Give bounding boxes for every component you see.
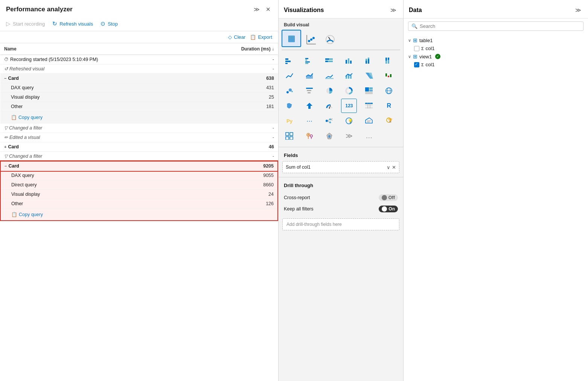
table-row: DAX query 431 (0, 83, 278, 93)
chart-type-treemap[interactable] (361, 84, 377, 98)
chart-type-stacked-bar[interactable]: ▦ (282, 30, 301, 47)
col1-checkbox-unchecked[interactable] (414, 46, 419, 51)
tree-item-table1[interactable]: ∨ ⊞ table1 (404, 36, 588, 44)
keep-all-filters-toggle-dot (382, 206, 387, 212)
chart-type-clustered-bar[interactable] (302, 53, 317, 68)
perf-title-icons: ≫ ✕ (252, 5, 272, 14)
chart-type-card-number[interactable]: 123 (341, 99, 357, 113)
chart-type-bar[interactable] (282, 53, 297, 68)
chart-type-line-stacked[interactable] (321, 69, 337, 83)
svg-point-3 (308, 40, 310, 42)
sum-icon-2: Σ (421, 62, 424, 67)
export-icon: 📋 (250, 34, 256, 40)
expand-data-icon[interactable]: ≫ (574, 6, 583, 14)
export-button[interactable]: 📋 Export (250, 34, 272, 40)
chart-type-more[interactable]: ⋯ (302, 114, 317, 128)
chart-type-arcgis[interactable] (302, 129, 317, 143)
clear-button[interactable]: ◇ Clear (228, 34, 245, 40)
chart-type-pie[interactable] (321, 84, 337, 98)
table-row[interactable]: −Card 638 (0, 74, 278, 83)
drill-through-section: Cross-report Off Keep all filters On (279, 190, 403, 217)
table-row: ↺Refreshed visual - (0, 64, 278, 74)
svg-point-41 (289, 88, 292, 91)
svg-rect-23 (366, 59, 367, 61)
expand-panel-icon[interactable]: ≫ (252, 5, 261, 14)
stop-icon: ⊙ (101, 20, 105, 27)
chart-type-globe[interactable] (381, 84, 397, 98)
expand-viz-icon[interactable]: ≫ (389, 6, 398, 14)
svg-text:🏆: 🏆 (388, 118, 393, 123)
chart-type-py-visual[interactable]: Py (282, 114, 297, 128)
chart-type-double-arrow[interactable]: ≫ (341, 129, 357, 143)
table-row[interactable]: +Card 46 (0, 142, 278, 152)
svg-point-67 (329, 119, 331, 120)
field-remove-button[interactable]: ✕ (392, 165, 396, 170)
chart-type-ribbon[interactable] (361, 69, 377, 83)
search-input[interactable] (420, 23, 580, 29)
chart-type-gauge[interactable] (321, 99, 337, 113)
chart-type-area[interactable] (302, 69, 317, 83)
drill-through-fields-placeholder[interactable]: Add drill-through fields here (282, 218, 399, 230)
tree-item-view1-col1[interactable]: Σ col1 (404, 61, 588, 69)
chart-type-kpi[interactable] (321, 32, 339, 47)
export-label: Export (258, 34, 272, 40)
copy-query-button-1[interactable]: 📋 Copy query (11, 113, 43, 121)
svg-rect-8 (285, 58, 288, 60)
chart-type-donut[interactable] (341, 84, 357, 98)
chart-type-shape-map[interactable] (321, 129, 337, 143)
chart-type-combo[interactable] (341, 69, 357, 83)
tree-item-table1-col1[interactable]: Σ col1 (404, 44, 588, 52)
chart-type-stacked-column[interactable] (361, 53, 377, 68)
chart-type-scatter[interactable] (303, 32, 320, 47)
svg-rect-43 (306, 88, 313, 89)
keep-all-filters-toggle[interactable]: On (379, 206, 398, 212)
view1-label: view1 (419, 54, 432, 59)
chart-type-arrow[interactable] (302, 99, 317, 113)
chart-type-smart-narrative[interactable] (361, 114, 377, 128)
search-box: 🔍 (408, 21, 583, 31)
field-item-label: Sum of col1 (286, 165, 311, 170)
table-row-highlighted-sub: 📋 Copy query (0, 209, 278, 221)
tree-item-view1[interactable]: ∨ ⊞ view1 ✓ (404, 52, 588, 61)
chart-type-qa[interactable]: 🏆 (381, 114, 397, 128)
svg-rect-31 (325, 78, 334, 79)
table-row-highlighted-sub: Direct query 8660 (0, 180, 278, 190)
svg-rect-50 (369, 90, 373, 91)
refresh-visuals-button[interactable]: ↻ Refresh visuals (52, 20, 93, 27)
table-row: 📋 Copy query (0, 111, 278, 123)
close-panel-icon[interactable]: ✕ (264, 5, 272, 14)
chart-type-100-column[interactable] (381, 53, 397, 68)
col1-checkbox-checked[interactable] (414, 62, 419, 67)
svg-rect-79 (290, 133, 293, 136)
svg-point-83 (308, 134, 309, 136)
drill-through-label: Drill through (279, 180, 403, 190)
start-recording-button[interactable]: ▷ Start recording (6, 20, 45, 27)
copy-query-button-2[interactable]: 📋 Copy query (11, 210, 43, 218)
collapse-icon-2: − (5, 164, 7, 168)
svg-rect-17 (325, 61, 328, 62)
chart-type-ellipsis[interactable]: … (361, 129, 377, 143)
cross-report-toggle[interactable]: Off (379, 194, 398, 201)
chart-type-matrix-filter[interactable] (302, 84, 317, 98)
stop-button[interactable]: ⊙ Stop (101, 20, 118, 27)
chart-type-filled-map[interactable] (282, 99, 297, 113)
chart-type-small-multiples[interactable] (282, 129, 297, 143)
chart-type-scatter-2[interactable] (282, 84, 297, 98)
cross-report-label: Cross-report (284, 195, 310, 200)
chart-type-column[interactable] (341, 53, 357, 68)
chart-type-table-visual[interactable] (361, 99, 377, 113)
field-chevron-button[interactable]: ∨ (387, 165, 390, 170)
chart-type-decomp-tree[interactable] (321, 114, 337, 128)
svg-rect-59 (365, 104, 373, 105)
chart-type-waterfall[interactable] (381, 69, 397, 83)
chart-type-100-bar[interactable] (321, 53, 337, 68)
table-row: ✏Edited a visual - (0, 133, 278, 142)
chart-type-key-influencers[interactable]: 💡 (341, 114, 357, 128)
chart-type-line[interactable] (282, 69, 297, 83)
chart-type-r-visual[interactable]: R (381, 99, 397, 113)
svg-rect-44 (307, 90, 311, 91)
play-icon: ▷ (6, 20, 11, 27)
svg-rect-14 (305, 63, 308, 64)
visualizations-panel: Visualizations ≫ Build visual ▦ (279, 0, 404, 381)
table-row-highlighted[interactable]: −Card 9205 (0, 161, 278, 171)
